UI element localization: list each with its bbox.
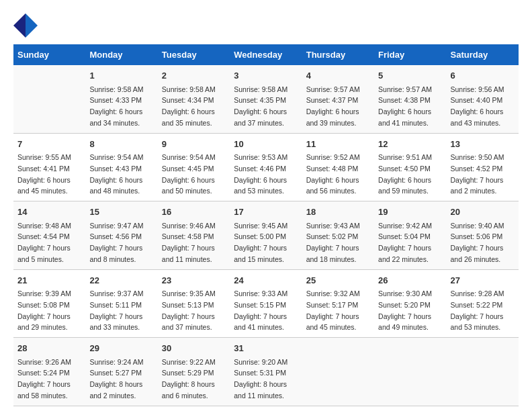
day-number: 13: [451, 138, 515, 151]
sunset-info: Sunset: 4:41 PM: [17, 165, 70, 173]
day-number: 19: [378, 205, 442, 219]
weekday-header: Friday: [374, 44, 446, 65]
sunrise-info: Sunrise: 9:53 AM: [234, 153, 287, 161]
calendar-week-row: 14Sunrise: 9:48 AMSunset: 4:54 PMDayligh…: [13, 201, 519, 270]
sunset-info: Sunset: 4:43 PM: [89, 165, 142, 173]
calendar-cell: 8Sunrise: 9:54 AMSunset: 4:43 PMDaylight…: [85, 133, 157, 201]
calendar-cell: 19Sunrise: 9:42 AMSunset: 5:04 PMDayligh…: [374, 201, 446, 270]
calendar-cell: 21Sunrise: 9:39 AMSunset: 5:08 PMDayligh…: [13, 269, 85, 338]
sunrise-info: Sunrise: 9:35 AM: [162, 289, 216, 298]
sunset-info: Sunset: 5:04 PM: [378, 232, 431, 240]
sunrise-info: Sunrise: 9:43 AM: [306, 222, 360, 230]
daylight-info: Daylight: 6 hours and 37 minutes.: [234, 107, 287, 127]
day-number: 16: [162, 205, 226, 219]
day-number: 26: [378, 274, 442, 287]
sunrise-info: Sunrise: 9:47 AM: [89, 222, 143, 230]
daylight-info: Daylight: 7 hours and 45 minutes.: [306, 312, 359, 332]
calendar-cell: 17Sunrise: 9:45 AMSunset: 5:00 PMDayligh…: [230, 201, 302, 270]
sunset-info: Sunset: 5:27 PM: [89, 369, 142, 377]
calendar-week-row: 1Sunrise: 9:58 AMSunset: 4:33 PMDaylight…: [13, 65, 519, 133]
sunset-info: Sunset: 4:35 PM: [234, 96, 286, 104]
daylight-info: Daylight: 6 hours and 35 minutes.: [162, 107, 215, 127]
daylight-info: Daylight: 7 hours and 5 minutes.: [17, 244, 71, 263]
sunset-info: Sunset: 5:06 PM: [451, 232, 503, 240]
weekday-header: Thursday: [302, 44, 374, 65]
calendar-body: 1Sunrise: 9:58 AMSunset: 4:33 PMDaylight…: [13, 65, 519, 406]
sunset-info: Sunset: 5:02 PM: [306, 232, 359, 240]
day-number: 24: [234, 274, 298, 287]
sunrise-info: Sunrise: 9:32 AM: [306, 289, 360, 298]
day-number: 22: [89, 274, 153, 287]
sunset-info: Sunset: 5:31 PM: [234, 369, 286, 377]
calendar-cell: 12Sunrise: 9:51 AMSunset: 4:50 PMDayligh…: [374, 133, 446, 201]
daylight-info: Daylight: 6 hours and 34 minutes.: [89, 107, 142, 127]
day-number: 2: [162, 69, 226, 83]
calendar-cell: [13, 65, 85, 133]
sunrise-info: Sunrise: 9:57 AM: [306, 85, 360, 93]
sunset-info: Sunset: 5:08 PM: [17, 301, 70, 309]
calendar-cell: 2Sunrise: 9:58 AMSunset: 4:34 PMDaylight…: [158, 65, 230, 133]
day-number: 18: [306, 205, 370, 219]
calendar-cell: 26Sunrise: 9:30 AMSunset: 5:20 PMDayligh…: [374, 269, 446, 338]
calendar-cell: 27Sunrise: 9:28 AMSunset: 5:22 PMDayligh…: [447, 269, 519, 338]
daylight-info: Daylight: 6 hours and 41 minutes.: [378, 107, 431, 127]
weekday-header: Tuesday: [158, 44, 230, 65]
daylight-info: Daylight: 6 hours and 45 minutes.: [17, 176, 71, 195]
calendar-cell: 20Sunrise: 9:40 AMSunset: 5:06 PMDayligh…: [447, 201, 519, 270]
day-number: 15: [89, 205, 153, 219]
calendar-cell: 25Sunrise: 9:32 AMSunset: 5:17 PMDayligh…: [302, 269, 374, 338]
calendar-cell: [302, 338, 374, 406]
calendar-cell: 7Sunrise: 9:55 AMSunset: 4:41 PMDaylight…: [13, 133, 85, 201]
daylight-info: Daylight: 6 hours and 56 minutes.: [306, 176, 359, 195]
calendar-cell: 9Sunrise: 9:54 AMSunset: 4:45 PMDaylight…: [158, 133, 230, 201]
daylight-info: Daylight: 7 hours and 8 minutes.: [89, 244, 142, 263]
sunrise-info: Sunrise: 9:30 AM: [378, 289, 432, 298]
svg-marker-2: [13, 13, 26, 38]
sunrise-info: Sunrise: 9:56 AM: [451, 85, 504, 93]
sunset-info: Sunset: 4:40 PM: [451, 96, 503, 104]
sunrise-info: Sunrise: 9:37 AM: [89, 289, 143, 298]
sunset-info: Sunset: 5:22 PM: [451, 301, 503, 309]
daylight-info: Daylight: 7 hours and 37 minutes.: [162, 312, 215, 332]
sunrise-info: Sunrise: 9:50 AM: [451, 153, 504, 161]
sunset-info: Sunset: 4:33 PM: [89, 96, 142, 104]
daylight-info: Daylight: 8 hours and 11 minutes.: [234, 380, 287, 400]
day-number: 27: [451, 274, 515, 287]
calendar-cell: 23Sunrise: 9:35 AMSunset: 5:13 PMDayligh…: [158, 269, 230, 338]
daylight-info: Daylight: 7 hours and 26 minutes.: [451, 244, 504, 263]
sunrise-info: Sunrise: 9:26 AM: [17, 358, 71, 366]
daylight-info: Daylight: 7 hours and 11 minutes.: [162, 244, 215, 263]
day-number: 31: [234, 342, 298, 355]
day-number: 25: [306, 274, 370, 287]
sunset-info: Sunset: 5:00 PM: [234, 232, 286, 240]
calendar-cell: [447, 338, 519, 406]
sunset-info: Sunset: 4:48 PM: [306, 165, 359, 173]
sunrise-info: Sunrise: 9:22 AM: [162, 358, 216, 366]
day-number: 9: [162, 138, 226, 151]
sunset-info: Sunset: 5:17 PM: [306, 301, 359, 309]
sunrise-info: Sunrise: 9:45 AM: [234, 222, 287, 230]
calendar-cell: 3Sunrise: 9:58 AMSunset: 4:35 PMDaylight…: [230, 65, 302, 133]
daylight-info: Daylight: 6 hours and 43 minutes.: [451, 107, 504, 127]
day-number: 8: [89, 138, 153, 151]
calendar-cell: 29Sunrise: 9:24 AMSunset: 5:27 PMDayligh…: [85, 338, 157, 406]
daylight-info: Daylight: 7 hours and 53 minutes.: [451, 312, 504, 332]
calendar-cell: 10Sunrise: 9:53 AMSunset: 4:46 PMDayligh…: [230, 133, 302, 201]
daylight-info: Daylight: 7 hours and 18 minutes.: [306, 244, 359, 263]
sunset-info: Sunset: 4:54 PM: [17, 232, 70, 240]
daylight-info: Daylight: 7 hours and 41 minutes.: [234, 312, 287, 332]
sunrise-info: Sunrise: 9:48 AM: [17, 222, 71, 230]
sunrise-info: Sunrise: 9:39 AM: [17, 289, 71, 298]
weekday-row: SundayMondayTuesdayWednesdayThursdayFrid…: [13, 44, 519, 65]
calendar-cell: 6Sunrise: 9:56 AMSunset: 4:40 PMDaylight…: [447, 65, 519, 133]
calendar-cell: 5Sunrise: 9:57 AMSunset: 4:38 PMDaylight…: [374, 65, 446, 133]
daylight-info: Daylight: 8 hours and 2 minutes.: [89, 380, 142, 400]
calendar-week-row: 21Sunrise: 9:39 AMSunset: 5:08 PMDayligh…: [13, 269, 519, 338]
sunrise-info: Sunrise: 9:46 AM: [162, 222, 216, 230]
sunrise-info: Sunrise: 9:57 AM: [378, 85, 432, 93]
daylight-info: Daylight: 6 hours and 53 minutes.: [234, 176, 287, 195]
sunset-info: Sunset: 5:24 PM: [17, 369, 70, 377]
sunset-info: Sunset: 4:50 PM: [378, 165, 431, 173]
sunset-info: Sunset: 4:45 PM: [162, 165, 214, 173]
logo-icon: [13, 13, 38, 38]
